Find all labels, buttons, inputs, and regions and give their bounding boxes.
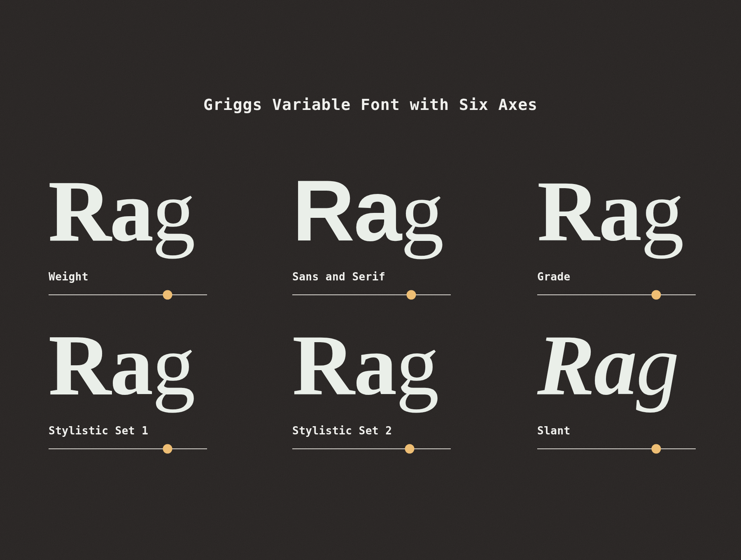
specimen-letter: a [599,170,641,252]
specimen-letter: g [636,324,678,406]
specimen-rag-stylistic-set-1: Rag [49,324,207,406]
specimen-letter: g [396,324,438,406]
axis-label-slant: Slant [537,425,696,437]
axis-slider-track-sans-and-serif[interactable] [292,294,451,295]
font-specimen-poster: Griggs Variable Font with Six Axes Rag W… [0,0,741,560]
axis-slider-handle-slant[interactable] [651,444,661,454]
specimen-letter: R [537,324,594,406]
specimen-rag-slant: Rag [537,324,696,406]
poster-title: Griggs Variable Font with Six Axes [0,96,741,114]
axis-slider-track-stylistic-set-2[interactable] [292,448,451,449]
specimen-letter: R [292,170,354,252]
specimen-rag-weight: Rag [49,170,207,252]
axis-card-weight: Rag Weight [49,170,207,295]
axis-card-stylistic-set-2: Rag Stylistic Set 2 [292,324,451,449]
axis-card-stylistic-set-1: Rag Stylistic Set 1 [49,324,207,449]
specimen-letter: R [537,170,599,252]
axis-label-sans-and-serif: Sans and Serif [292,271,451,283]
axis-slider-handle-stylistic-set-2[interactable] [405,444,414,454]
axis-slider-track-slant[interactable] [537,448,696,449]
specimen-letter: a [354,324,396,406]
specimen-letter: g [641,170,683,252]
specimen-rag-stylistic-set-2: Rag [292,324,451,406]
axis-label-grade: Grade [537,271,696,283]
axis-slider-track-weight[interactable] [49,294,207,295]
axis-card-grade: Rag Grade [537,170,696,295]
axis-card-sans-and-serif: Rag Sans and Serif [292,170,451,295]
axis-card-slant: Rag Slant [537,324,696,449]
specimen-rag-grade: Rag [537,170,696,252]
specimen-letter: R [49,170,110,252]
axis-label-stylistic-set-1: Stylistic Set 1 [49,425,207,437]
axis-slider-track-grade[interactable] [537,294,696,295]
axis-slider-track-stylistic-set-1[interactable] [49,448,207,449]
axis-slider-handle-sans-and-serif[interactable] [406,290,416,300]
axis-slider-handle-stylistic-set-1[interactable] [163,444,172,454]
axis-slider-handle-grade[interactable] [651,290,661,300]
specimen-letter: g [152,170,194,252]
axis-label-weight: Weight [49,271,207,283]
specimen-letter: R [49,324,110,406]
specimen-letter: g [401,170,443,252]
specimen-letter: a [110,324,152,406]
specimen-rag-sans-and-serif: Rag [292,170,451,252]
specimen-letter: a [110,170,152,252]
specimen-letter: a [354,170,401,252]
axis-slider-handle-weight[interactable] [163,290,172,300]
axis-label-stylistic-set-2: Stylistic Set 2 [292,425,451,437]
specimen-letter: a [594,324,636,406]
specimen-letter: g [152,324,194,406]
specimen-letter: R [292,324,354,406]
